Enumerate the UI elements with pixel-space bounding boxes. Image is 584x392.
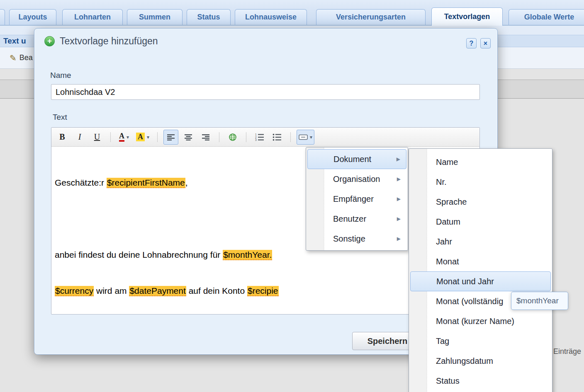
tab-label: Summen	[139, 13, 170, 22]
highlight-color-button[interactable]: A ▾	[134, 130, 151, 145]
dialog-title: Textvorlage hinzufügen	[60, 36, 158, 47]
menu-item-label: Organisation	[333, 174, 380, 184]
menu-item-label: Monat (kurzer Name)	[436, 317, 514, 326]
tab-label: Lohnarten	[74, 13, 111, 22]
entries-label: Einträge	[553, 347, 581, 356]
globe-link-icon	[229, 133, 237, 141]
submenu-item-sprache[interactable]: Sprache	[410, 192, 551, 212]
menu-item-label: Sonstige	[333, 234, 365, 244]
bold-icon: B	[59, 132, 65, 142]
menu-item-empfaenger[interactable]: Empfänger ▶	[307, 189, 406, 209]
font-color-icon: A	[119, 132, 124, 142]
name-input[interactable]	[51, 84, 480, 100]
submenu-item-zahlungsdatum[interactable]: Zahlungsdatum	[410, 351, 551, 371]
chevron-down-icon: ▾	[127, 134, 129, 140]
tab-summen[interactable]: Summen	[127, 9, 182, 25]
text-label: Text	[53, 113, 67, 122]
svg-text:3: 3	[255, 138, 257, 141]
submenu-item-status[interactable]: Status	[410, 371, 551, 391]
menu-item-label: Nr.	[436, 177, 447, 187]
dialog-header[interactable]: + Textvorlage hinzufügen ? ×	[34, 29, 497, 53]
placeholder-tooltip: $monthYear	[511, 292, 568, 310]
placeholder-token: $recipientFirstName	[107, 178, 185, 188]
tab-label: Layouts	[18, 13, 47, 22]
submenu-item-monat[interactable]: Monat	[410, 252, 551, 271]
align-right-icon	[202, 134, 210, 140]
submenu-item-monat-kurzer-name[interactable]: Monat (kurzer Name)	[410, 311, 551, 331]
placeholder-button[interactable]: ▾	[297, 130, 314, 145]
ordered-list-icon: 123	[255, 133, 264, 141]
edit-button[interactable]: ✎ Bea	[6, 51, 36, 65]
submenu-item-datum[interactable]: Datum	[410, 212, 551, 232]
menu-item-label: Empfänger	[333, 194, 374, 204]
tab-globale-werte[interactable]: Globale Werte	[509, 9, 584, 25]
font-color-button[interactable]: A ▾	[117, 130, 131, 145]
link-button[interactable]	[225, 130, 240, 145]
align-center-icon	[184, 134, 192, 140]
submenu-item-jahr[interactable]: Jahr	[410, 232, 551, 252]
editor-text: anbei findest du deine Lohnabrechnung fü…	[55, 250, 223, 259]
tab-label: Lohnausweise	[245, 13, 297, 22]
tab-layouts[interactable]: Layouts	[9, 9, 56, 25]
dokument-submenu: Name Nr. Sprache Datum Jahr Monat Monat …	[409, 148, 552, 392]
align-left-button[interactable]	[163, 130, 178, 145]
menu-item-label: Tag	[436, 336, 449, 346]
screen: Layouts Lohnarten Summen Status Lohnausw…	[0, 0, 584, 392]
menu-item-label: Dokument	[333, 155, 371, 164]
panel-title: Text u	[3, 36, 26, 46]
placeholder-token: $currency	[55, 286, 94, 296]
help-button[interactable]: ?	[466, 38, 477, 48]
submenu-arrow-icon: ▶	[397, 176, 401, 182]
tab-lohnausweise[interactable]: Lohnausweise	[235, 9, 307, 25]
edit-button-label: Bea	[19, 53, 33, 62]
italic-button[interactable]: I	[72, 130, 87, 145]
ordered-list-button[interactable]: 123	[252, 130, 267, 145]
toolbar-separator	[110, 132, 111, 142]
unordered-list-button[interactable]	[270, 130, 285, 145]
placeholder-token: $recipie	[247, 286, 279, 296]
menu-item-benutzer[interactable]: Benutzer ▶	[307, 209, 406, 229]
toolbar-separator	[246, 132, 246, 142]
toolbar-separator	[157, 132, 158, 142]
submenu-arrow-icon: ▶	[397, 236, 401, 242]
submenu-item-monat-und-jahr[interactable]: Monat und Jahr	[410, 271, 551, 291]
submenu-item-tag[interactable]: Tag	[410, 331, 551, 351]
bold-button[interactable]: B	[55, 130, 70, 145]
align-center-button[interactable]	[181, 130, 196, 145]
pencil-icon: ✎	[10, 53, 17, 63]
underline-button[interactable]: U	[90, 130, 105, 145]
highlight-color-icon: A	[136, 133, 145, 141]
menu-item-label: Monat	[436, 257, 459, 266]
close-button[interactable]: ×	[480, 38, 491, 48]
placeholder-token: $monthYear.	[223, 250, 272, 260]
menu-item-label: Monat (vollständig	[436, 297, 503, 306]
plus-glyph: +	[47, 36, 52, 46]
align-right-button[interactable]	[198, 130, 213, 145]
submenu-arrow-icon: ▶	[397, 216, 401, 222]
tab-label: Versicherungsarten	[336, 13, 406, 22]
tab-lohnarten[interactable]: Lohnarten	[62, 9, 123, 25]
submenu-item-nr[interactable]: Nr.	[410, 172, 551, 192]
submenu-arrow-icon: ▶	[397, 156, 400, 162]
menu-item-dokument[interactable]: Dokument ▶	[307, 149, 406, 169]
editor-text: wird am	[94, 286, 129, 295]
toolbar-separator	[219, 132, 219, 142]
tab-versicherungsarten[interactable]: Versicherungsarten	[316, 9, 426, 25]
menu-item-label: Monat und Jahr	[436, 277, 494, 286]
menu-item-organisation[interactable]: Organisation ▶	[307, 169, 406, 189]
tab-label: Textvorlagen	[444, 12, 490, 21]
placeholder-token: $datePayment	[129, 286, 186, 296]
submenu-item-name[interactable]: Name	[410, 152, 551, 172]
tab-stub[interactable]	[0, 9, 5, 25]
menu-item-sonstige[interactable]: Sonstige ▶	[307, 229, 406, 249]
menu-item-label: Benutzer	[333, 214, 366, 224]
menu-item-label: Name	[436, 157, 458, 167]
tab-textvorlagen[interactable]: Textvorlagen	[431, 7, 503, 26]
editor-text: auf dein Konto	[186, 286, 247, 295]
placeholder-menu: Dokument ▶ Organisation ▶ Empfänger ▶ Be…	[306, 147, 408, 251]
placeholder-icon	[299, 134, 308, 140]
tab-status[interactable]: Status	[187, 9, 231, 25]
add-icon: +	[44, 36, 55, 46]
submenu-arrow-icon: ▶	[397, 196, 401, 202]
name-label: Name	[50, 71, 71, 80]
